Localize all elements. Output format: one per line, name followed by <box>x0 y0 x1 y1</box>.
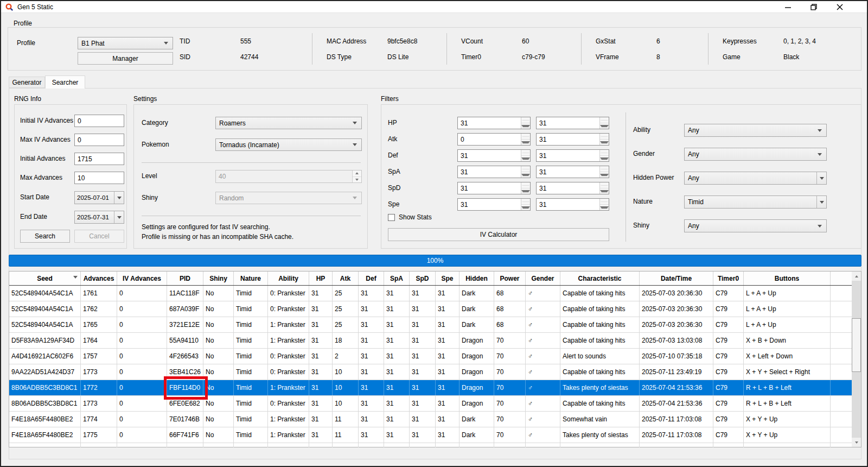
spin-up-button[interactable] <box>600 182 609 188</box>
chevron-down-icon[interactable] <box>816 196 826 208</box>
spin-down-button[interactable] <box>600 188 609 194</box>
spin-down-button[interactable] <box>521 123 530 129</box>
table-row[interactable]: 9AA22AD51A424D37177303EB41C26NoTimid0: P… <box>9 364 852 380</box>
spin-up-button[interactable] <box>521 134 530 140</box>
spa-min-spinbox[interactable]: 31 <box>457 166 531 178</box>
column-header-buttons[interactable]: Buttons <box>744 272 831 285</box>
column-header-nature[interactable]: Nature <box>234 272 268 285</box>
column-header-spe[interactable]: Spe <box>436 272 459 285</box>
column-header-characteristic[interactable]: Characteristic <box>560 272 640 285</box>
spin-down-button[interactable] <box>600 172 609 178</box>
hp-max-spinbox-buttons[interactable] <box>599 117 609 129</box>
search-button[interactable]: Search <box>20 230 70 243</box>
profile-select[interactable]: B1 Phat <box>78 37 173 49</box>
table-row[interactable]: 8B06ADBB5C3BD8C117720FBF114D0NoTimid1: P… <box>9 380 852 396</box>
spd-min-spinbox[interactable]: 31 <box>457 182 531 194</box>
ability-filter-select[interactable]: Any <box>684 124 827 137</box>
atk-min-spinbox-buttons[interactable] <box>521 134 530 145</box>
spe-max-spinbox[interactable]: 31 <box>536 198 609 211</box>
table-row[interactable]: 52C5489404A54C1A1761011AC118FNoTimid0: P… <box>9 286 852 301</box>
close-button[interactable] <box>831 1 849 13</box>
spin-down-button[interactable] <box>600 123 609 129</box>
column-header-pid[interactable]: PID <box>167 272 203 285</box>
column-header-atk[interactable]: Atk <box>333 272 359 285</box>
spa-max-spinbox-buttons[interactable] <box>599 166 609 178</box>
column-header-hidden[interactable]: Hidden <box>459 272 494 285</box>
column-header-advances[interactable]: Advances <box>81 272 117 285</box>
spin-down-button[interactable] <box>600 156 609 161</box>
hp-min-spinbox[interactable]: 31 <box>457 117 531 129</box>
spin-down-button[interactable] <box>600 205 609 210</box>
checkbox-box-icon[interactable] <box>388 214 395 221</box>
scroll-up-button[interactable] <box>852 272 861 281</box>
tab-generator[interactable]: Generator <box>9 77 45 88</box>
table-row[interactable]: 52C5489404A54C1A17620687A039FNoTimid0: P… <box>9 301 852 317</box>
pokemon-select[interactable]: Tornadus (Incarnate) <box>215 138 362 151</box>
spin-up-button[interactable] <box>521 182 530 188</box>
minimize-button[interactable] <box>778 1 797 13</box>
iv-calculator-button[interactable]: IV Calculator <box>388 228 609 241</box>
max-advances-input[interactable]: 10 <box>74 172 124 184</box>
column-header-shiny[interactable]: Shiny <box>203 272 234 285</box>
def-max-spinbox-buttons[interactable] <box>599 150 609 161</box>
spin-up-button[interactable] <box>600 117 609 123</box>
spin-up-button[interactable] <box>600 199 609 205</box>
show-stats-checkbox[interactable]: Show Stats <box>388 213 432 221</box>
scroll-thumb[interactable] <box>852 318 861 372</box>
spe-min-spinbox[interactable]: 31 <box>457 198 531 211</box>
spe-min-spinbox-buttons[interactable] <box>521 199 530 210</box>
chevron-down-icon[interactable] <box>816 172 826 184</box>
column-header-timer0[interactable]: Timer0 <box>713 272 744 285</box>
gender-filter-select[interactable]: Any <box>684 148 827 161</box>
vertical-scrollbar[interactable] <box>852 272 861 447</box>
spin-down-button[interactable] <box>521 172 530 178</box>
atk-max-spinbox-buttons[interactable] <box>599 134 609 145</box>
spa-max-spinbox[interactable]: 31 <box>536 166 609 178</box>
spin-down-button[interactable] <box>521 188 530 194</box>
restore-button[interactable] <box>805 1 823 13</box>
atk-max-spinbox[interactable]: 31 <box>536 133 609 146</box>
shiny-filter-select[interactable]: Any <box>684 219 827 232</box>
spin-up-button[interactable] <box>600 134 609 140</box>
column-header-seed[interactable]: Seed <box>9 272 81 285</box>
table-row[interactable]: A4D416921AC602F6175704F266543NoTimid0: P… <box>9 349 852 364</box>
initial-advances-input[interactable]: 1715 <box>74 153 124 165</box>
atk-min-spinbox[interactable]: 0 <box>457 133 531 146</box>
tab-searcher[interactable]: Searcher <box>45 75 85 89</box>
spin-down-button[interactable] <box>521 156 530 161</box>
spin-up-button[interactable] <box>521 117 530 123</box>
column-header-iv-advances[interactable]: IV Advances <box>117 272 167 285</box>
initial-iv-advances-input[interactable]: 0 <box>74 115 124 127</box>
spd-max-spinbox[interactable]: 31 <box>536 182 609 194</box>
end-date-select[interactable]: 2025-07-31 <box>74 211 124 224</box>
table-row[interactable]: F4E18A65F4480BE21775066F741F6NoTimid1: P… <box>9 427 852 443</box>
def-min-spinbox[interactable]: 31 <box>457 149 531 162</box>
hp-max-spinbox[interactable]: 31 <box>536 117 609 129</box>
spin-down-button[interactable] <box>521 140 530 145</box>
table-row[interactable]: 52C5489404A54C1A176503721E12ENoTimid1: P… <box>9 317 852 333</box>
chevron-down-icon[interactable] <box>114 192 124 204</box>
spin-up-button[interactable] <box>521 199 530 205</box>
spin-down-button[interactable] <box>521 205 530 210</box>
hp-min-spinbox-buttons[interactable] <box>521 117 530 129</box>
def-min-spinbox-buttons[interactable] <box>521 150 530 161</box>
column-header-date-time[interactable]: Date/Time <box>640 272 713 285</box>
spin-up-button[interactable] <box>600 150 609 156</box>
column-header-gender[interactable]: Gender <box>526 272 560 285</box>
category-select[interactable]: Roamers <box>215 117 362 129</box>
max-iv-advances-input[interactable]: 0 <box>74 134 124 146</box>
spin-up-button[interactable] <box>521 150 530 156</box>
cancel-button[interactable]: Cancel <box>74 230 124 243</box>
column-header-hp[interactable]: HP <box>309 272 333 285</box>
spd-min-spinbox-buttons[interactable] <box>521 182 530 194</box>
column-header-power[interactable]: Power <box>494 272 526 285</box>
scroll-down-button[interactable] <box>852 438 861 447</box>
table-row[interactable]: F4E18A65F4480BE2177407E01746BNoTimid1: P… <box>9 412 852 427</box>
table-row[interactable]: D5F83A9A129AF34D1764055A94110NoTimid1: P… <box>9 333 852 349</box>
chevron-down-icon[interactable] <box>114 211 124 223</box>
column-header-spa[interactable]: SpA <box>384 272 410 285</box>
spd-max-spinbox-buttons[interactable] <box>599 182 609 194</box>
spa-min-spinbox-buttons[interactable] <box>521 166 530 178</box>
spin-up-button[interactable] <box>521 166 530 172</box>
nature-filter-select[interactable]: Timid <box>684 195 827 209</box>
